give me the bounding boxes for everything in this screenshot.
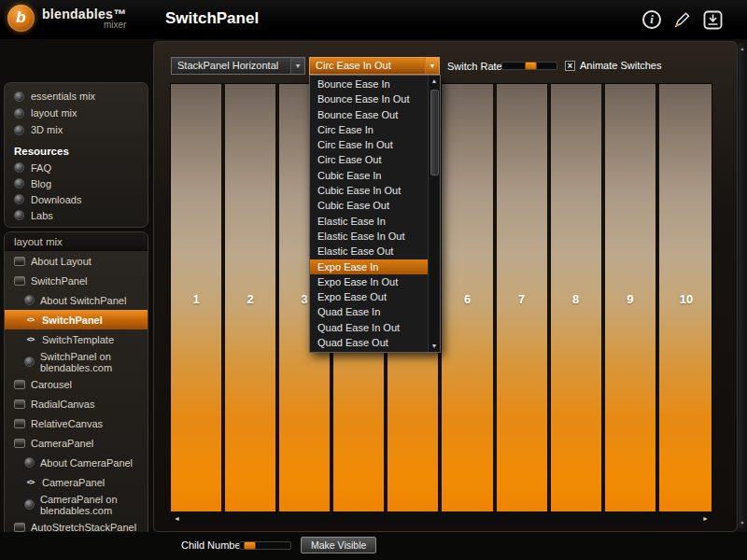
sidebar-item-label: FAQ	[31, 162, 51, 174]
scroll-up-icon[interactable]: ▲	[431, 76, 438, 87]
scroll-right-icon[interactable]: ►	[702, 513, 709, 524]
sidebar-item-carousel[interactable]: Carousel	[5, 374, 148, 394]
sidebar-item-essentials-mix[interactable]: essentials mix	[5, 88, 148, 105]
animate-switches-label: Animate Switches	[580, 60, 661, 71]
bullet-icon	[14, 194, 24, 204]
sidebar-item-camerapanel[interactable]: <>CameraPanel	[5, 472, 148, 492]
sidebar-item-about-layout[interactable]: About Layout	[5, 251, 148, 271]
sidebar-item-labs[interactable]: Labs	[5, 207, 148, 223]
layout-panel-title: layout mix	[5, 232, 148, 251]
sidebar-item-label: CameraPanel	[42, 477, 105, 488]
dropdown-option-circ-ease-out[interactable]: Circ Ease Out	[310, 152, 428, 167]
dropdown-option-cubic-ease-in-out[interactable]: Cubic Ease In Out	[310, 183, 428, 198]
code-icon: <>	[24, 315, 36, 324]
bullet-icon	[14, 210, 24, 220]
sidebar-item-label: About SwitchPanel	[40, 295, 126, 306]
dropdown-option-bounce-ease-in-out[interactable]: Bounce Ease In Out	[310, 91, 428, 106]
download-icon[interactable]	[703, 10, 723, 30]
sidebar-item-label: Labs	[31, 210, 53, 221]
easing-options-list: Bounce Ease InBounce Ease In OutBounce E…	[310, 76, 428, 352]
switch-rate-slider[interactable]	[501, 62, 557, 70]
switch-child-10[interactable]: 10	[659, 84, 712, 511]
dropdown-option-bounce-ease-in[interactable]: Bounce Ease In	[310, 77, 428, 91]
sidebar-item-blog[interactable]: Blog	[5, 175, 148, 191]
panel-icon	[14, 399, 25, 409]
scroll-left-icon[interactable]: ◄	[174, 513, 180, 524]
sidebar-item-label: Downloads	[31, 194, 81, 205]
code-icon: <>	[24, 335, 36, 343]
sidebar-item-label: About CameraPanel	[40, 457, 133, 469]
sidebar-item-label: Carousel	[31, 379, 72, 390]
dropdown-option-elastic-ease-in-out[interactable]: Elastic Ease In Out	[310, 229, 428, 244]
sidebar-item-layout-mix[interactable]: layout mix	[5, 105, 148, 121]
vertical-scrollbar[interactable]: ▲ ▼	[739, 43, 746, 528]
sidebar-item-label: CameraPanel onblendables.com	[40, 494, 118, 516]
dropdown-scrollbar[interactable]: ▲ ▼	[428, 76, 440, 352]
scrollbar-thumb[interactable]	[430, 90, 439, 175]
sidebar-item-relativecanvas[interactable]: RelativeCanvas	[5, 413, 148, 433]
switch-child-7[interactable]: 7	[497, 84, 551, 511]
logo-text: blendables™ mixer	[42, 7, 126, 30]
make-visible-button[interactable]: Make Visible	[301, 537, 376, 553]
sidebar-item-switchpanel[interactable]: <>SwitchPanel	[5, 310, 148, 329]
sidebar-item-label: SwitchTemplate	[42, 334, 114, 345]
easing-combo[interactable]: Circ Ease In Out ▼	[309, 57, 440, 75]
dropdown-option-cubic-ease-in[interactable]: Cubic Ease In	[310, 168, 428, 183]
dropdown-option-quad-ease-out[interactable]: Quad Ease Out	[310, 335, 428, 350]
sidebar-item-camerapanel-on-blendables-com[interactable]: CameraPanel onblendables.com	[5, 492, 148, 517]
sidebar-item-switchpanel-on-blendables-com[interactable]: SwitchPanel onblendables.com	[5, 349, 148, 374]
dropdown-option-quad-ease-in[interactable]: Quad Ease In	[310, 304, 428, 319]
dropdown-option-circ-ease-in[interactable]: Circ Ease In	[310, 122, 428, 137]
dropdown-option-elastic-ease-in[interactable]: Elastic Ease In	[310, 214, 428, 229]
panel-icon	[14, 257, 25, 266]
easing-combo-value: Circ Ease In Out	[310, 58, 425, 74]
child-number: 7	[497, 292, 547, 306]
dropdown-option-quad-ease-in-out[interactable]: Quad Ease In Out	[310, 320, 428, 335]
child-number-slider[interactable]	[239, 541, 291, 550]
sidebar-item-switchpanel[interactable]: SwitchPanel	[5, 271, 148, 290]
sidebar-item-camerapanel[interactable]: CameraPanel	[5, 433, 148, 453]
dropdown-option-expo-ease-in[interactable]: Expo Ease In	[310, 259, 428, 274]
dropdown-option-expo-ease-in-out[interactable]: Expo Ease In Out	[310, 274, 428, 289]
child-number: 1	[171, 292, 221, 306]
orb-icon	[24, 499, 35, 510]
panel-icon	[14, 523, 25, 532]
sidebar-item-faq[interactable]: FAQ	[5, 160, 148, 175]
sidebar-item-label: SwitchPanel	[31, 275, 88, 287]
dropdown-option-expo-ease-out[interactable]: Expo Ease Out	[310, 289, 428, 304]
sidebar-item-radialcanvas[interactable]: RadialCanvas	[5, 394, 148, 413]
page-title: SwitchPanel	[165, 9, 259, 28]
design-pen-icon[interactable]	[673, 11, 691, 29]
switch-child-9[interactable]: 9	[605, 84, 659, 511]
chevron-down-icon[interactable]: ▼	[425, 58, 439, 74]
sidebar-item-about-switchpanel[interactable]: About SwitchPanel	[5, 290, 148, 310]
sidebar-item-label: 3D mix	[31, 124, 63, 135]
sidebar-item-switchtemplate[interactable]: <>SwitchTemplate	[5, 329, 148, 349]
layout-combo[interactable]: StackPanel Horizontal ▼	[171, 57, 305, 75]
sidebar-item-3d-mix[interactable]: 3D mix	[5, 121, 148, 138]
switch-child-8[interactable]: 8	[551, 84, 605, 511]
easing-dropdown: Bounce Ease InBounce Ease In OutBounce E…	[309, 75, 441, 353]
switch-child-2[interactable]: 2	[225, 84, 279, 511]
slider-thumb[interactable]	[244, 541, 256, 550]
dropdown-option-bounce-ease-out[interactable]: Bounce Ease Out	[310, 107, 428, 122]
chevron-down-icon[interactable]: ▼	[290, 58, 304, 74]
mix-list: essentials mixlayout mix3D mix	[5, 88, 148, 138]
dropdown-option-circ-ease-in-out[interactable]: Circ Ease In Out	[310, 137, 428, 152]
animate-switches-toggle[interactable]: × Animate Switches	[565, 60, 661, 71]
switch-child-1[interactable]: 1	[171, 84, 225, 511]
scroll-down-icon[interactable]: ▼	[431, 341, 438, 352]
switch-child-6[interactable]: 6	[442, 84, 496, 511]
sidebar-item-about-camerapanel[interactable]: About CameraPanel	[5, 453, 148, 472]
sidebar-item-label: AutoStretchStackPanel	[31, 522, 136, 533]
info-icon[interactable]: i	[642, 10, 661, 29]
sidebar-item-label: layout mix	[31, 107, 78, 119]
slider-thumb[interactable]	[525, 62, 537, 70]
dropdown-option-cubic-ease-out[interactable]: Cubic Ease Out	[310, 198, 428, 213]
scroll-down-icon[interactable]: ▼	[739, 520, 746, 525]
sidebar-item-downloads[interactable]: Downloads	[5, 191, 148, 207]
checkbox-icon[interactable]: ×	[565, 61, 575, 71]
dropdown-option-elastic-ease-out[interactable]: Elastic Ease Out	[310, 244, 428, 259]
scroll-up-icon[interactable]: ▲	[739, 46, 746, 51]
horizontal-scrollbar[interactable]: ◄ ►	[170, 513, 712, 524]
